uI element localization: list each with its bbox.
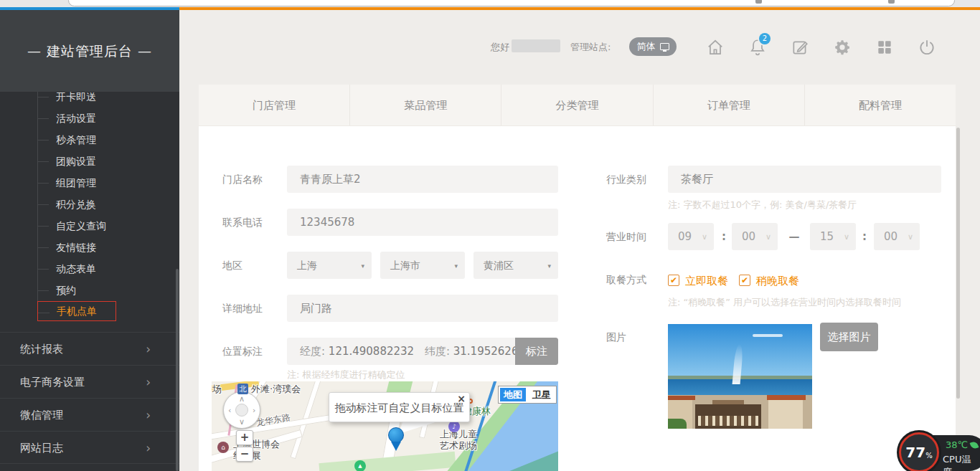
language-pill[interactable]: 简体 xyxy=(629,37,677,56)
longitude-value: 121.490882232 xyxy=(329,345,414,358)
tab-store-management[interactable]: 门店管理 xyxy=(199,85,350,125)
pickup-later-label[interactable]: 稍晚取餐 xyxy=(756,275,799,288)
district-select[interactable]: 黄浦区 ▾ xyxy=(473,252,558,279)
gear-icon[interactable] xyxy=(833,38,852,57)
cpu-percent: 77 xyxy=(905,444,925,461)
cpu-usage-gauge: 77 % xyxy=(899,432,939,471)
end-hour-value: 15 xyxy=(820,230,834,243)
tab-category-management[interactable]: 分类管理 xyxy=(501,85,653,125)
industry-input[interactable]: 茶餐厅 xyxy=(668,166,941,193)
end-minute-value: 00 xyxy=(884,230,897,243)
edit-icon[interactable] xyxy=(791,38,809,57)
sidebar-item-dynamic-form[interactable]: 动态表单 xyxy=(37,258,96,280)
tab-ingredient-management[interactable]: 配料管理 xyxy=(805,85,956,125)
chevron-right-icon: › xyxy=(146,366,151,399)
sidebar-item-links[interactable]: 友情链接 xyxy=(37,237,96,258)
address-label: 详细地址 xyxy=(222,303,263,315)
chevron-down-icon: ∨ xyxy=(908,224,913,251)
location-input[interactable]: 经度: 121.490882232 纬度: 31.1952626403 标注 xyxy=(287,338,558,365)
redacted-username xyxy=(512,39,560,52)
map[interactable]: 场 外滩·湾璞会 龙华东路 健康林 上海儿童 艺术剧场 上海世博会 纪念展 ⌂ … xyxy=(212,381,558,471)
end-hour-select[interactable]: 15 ∨ xyxy=(810,223,856,250)
location-label: 位置标注 xyxy=(222,346,263,358)
pan-down-icon[interactable]: ∨ xyxy=(239,418,245,426)
sidebar-title: — 建站管理后台 — xyxy=(0,10,179,92)
map-zoom-out-button[interactable]: − xyxy=(236,447,253,462)
sidebar-item-points[interactable]: 积分兑换 xyxy=(37,194,96,215)
address-input[interactable]: 局门路 xyxy=(287,295,558,322)
time-colon: : xyxy=(859,223,870,250)
admin-page: 开卡即送 活动设置 秒杀管理 团购设置 组团管理 积分兑换 自定义查询 友情链接… xyxy=(0,0,980,471)
theater-line2: 艺术剧场 xyxy=(440,440,477,451)
apps-grid-icon[interactable] xyxy=(875,38,894,57)
sidebar-scrollbar[interactable] xyxy=(176,269,179,471)
cpu-temp-value: 38℃ xyxy=(946,439,968,450)
sidebar-section-wechat[interactable]: 微信管理 › xyxy=(0,398,179,431)
phone-input[interactable]: 12345678 xyxy=(287,209,558,236)
region-label: 地区 xyxy=(222,260,242,272)
province-value: 上海 xyxy=(297,260,317,271)
tab-dish-management[interactable]: 菜品管理 xyxy=(350,85,501,125)
start-hour-select[interactable]: 09 ∨ xyxy=(668,223,714,250)
tooltip-tail xyxy=(399,422,438,434)
phone-label: 联系电话 xyxy=(222,217,263,229)
map-zoom-in-button[interactable]: + xyxy=(236,430,253,445)
map-pin-tail xyxy=(391,442,401,451)
pan-up-icon[interactable]: ∧ xyxy=(239,395,245,403)
chevron-down-icon: ∨ xyxy=(765,224,771,251)
pickup-now-checkbox[interactable]: ✔ xyxy=(668,275,679,286)
compass-north-badge: 北 xyxy=(237,384,248,394)
map-type-toggle: 地图 卫星 xyxy=(498,386,557,404)
end-minute-select[interactable]: 00 ∨ xyxy=(874,223,920,250)
sidebar-item-activity[interactable]: 活动设置 xyxy=(37,108,96,129)
sidebar-item-group[interactable]: 组团管理 xyxy=(37,172,96,194)
cpu-percent-unit: % xyxy=(925,452,933,460)
sidebar-item-groupbuy[interactable]: 团购设置 xyxy=(37,151,96,172)
map-tooltip: 拖动标注可自定义目标位置 × xyxy=(329,392,470,422)
map-type-satellite-button[interactable]: 卫星 xyxy=(527,386,556,403)
industry-label: 行业类别 xyxy=(606,173,646,186)
sidebar-section-ecommerce[interactable]: 电子商务设置 › xyxy=(0,365,179,398)
map-label-bund: 外滩·湾璞会 xyxy=(251,383,301,396)
store-name-input[interactable]: 青青原上草2 xyxy=(287,166,558,193)
pan-center[interactable] xyxy=(235,404,248,417)
sidebar-section-sitelog[interactable]: 网站日志 › xyxy=(0,431,179,464)
pan-right-icon[interactable]: › xyxy=(253,406,255,414)
pan-left-icon[interactable]: ‹ xyxy=(228,406,231,414)
tooltip-close-icon[interactable]: × xyxy=(457,394,466,404)
tab-order-management[interactable]: 订单管理 xyxy=(654,85,805,125)
industry-note: 注: 字数不超过10个字，例: 美食/粤菜/茶餐厅 xyxy=(668,199,857,211)
sidebar-item-custom-query[interactable]: 自定义查询 xyxy=(37,215,106,237)
power-icon[interactable] xyxy=(918,38,936,57)
choose-image-button[interactable]: 选择图片 xyxy=(820,323,878,351)
pickup-later-checkbox[interactable]: ✔ xyxy=(739,275,750,286)
sidebar-item-booking[interactable]: 预约 xyxy=(37,280,76,301)
map-pan-control[interactable]: ∧ ∨ ‹ › xyxy=(223,391,260,429)
browser-toolbar-icon xyxy=(888,0,895,4)
photo-roof xyxy=(668,396,695,400)
map-type-map-button[interactable]: 地图 xyxy=(499,386,527,403)
district-value: 黄浦区 xyxy=(484,260,514,271)
map-pin[interactable] xyxy=(388,427,404,443)
chevron-right-icon: › xyxy=(146,399,151,432)
caret-down-icon: ▾ xyxy=(454,252,458,280)
chevron-down-icon: ∨ xyxy=(702,224,707,251)
mark-location-button[interactable]: 标注 xyxy=(515,338,558,365)
pickup-now-label[interactable]: 立即取餐 xyxy=(685,275,728,288)
sidebar-item-mobile-order[interactable]: 手机点单 xyxy=(37,301,116,321)
home-icon[interactable] xyxy=(706,38,725,57)
chevron-right-icon: › xyxy=(146,333,151,366)
city-select[interactable]: 上海市 ▾ xyxy=(380,252,465,279)
park-poi-icon: ▲ xyxy=(354,460,366,471)
sidebar-item-flashsale[interactable]: 秒杀管理 xyxy=(37,129,96,151)
chevron-down-icon: ∨ xyxy=(844,224,849,251)
browser-toolbar-icon xyxy=(755,0,762,4)
cpu-temp-label: CPU温度 xyxy=(943,453,980,471)
location-note: 注: 根据经纬度进行精确定位 xyxy=(287,368,405,381)
content-scrollbar[interactable] xyxy=(956,128,960,399)
time-dash: — xyxy=(783,223,805,250)
province-select[interactable]: 上海 ▾ xyxy=(287,252,372,279)
sidebar-section-reports[interactable]: 统计报表 › xyxy=(0,332,179,365)
chevron-right-icon: › xyxy=(146,432,151,465)
start-minute-select[interactable]: 00 ∨ xyxy=(732,223,778,250)
